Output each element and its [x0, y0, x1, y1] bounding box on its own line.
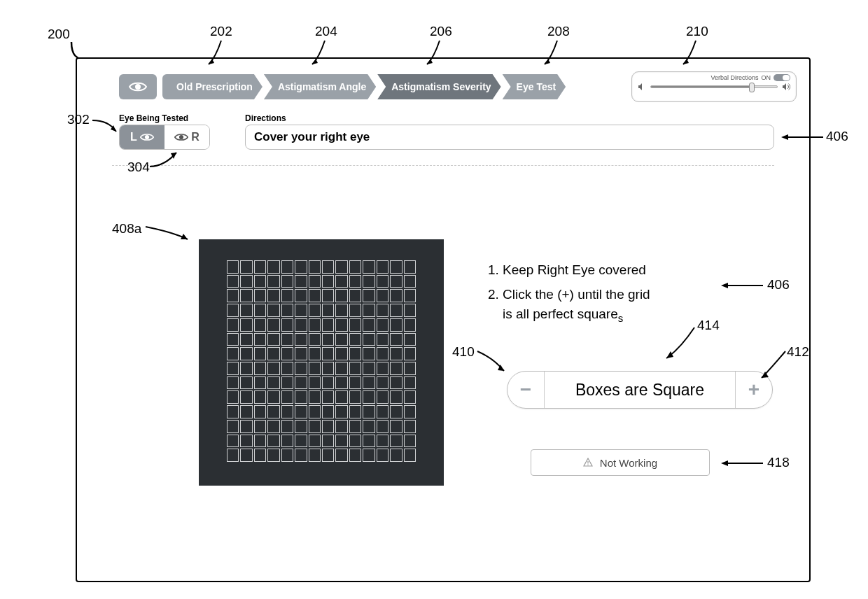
svg-point-0	[135, 84, 141, 90]
eye-toggle-left[interactable]: L	[120, 125, 164, 149]
callout-406-instructions: 406	[767, 277, 790, 293]
callout-410: 410	[452, 344, 475, 360]
speaker-high-icon	[782, 83, 790, 91]
stepper-label: Boxes are Square	[544, 372, 736, 408]
directions-text: Cover your right eye	[254, 130, 370, 144]
callout-406-directions: 406	[826, 129, 848, 144]
navstep-label: Astigmatism Angle	[278, 81, 366, 92]
svg-point-2	[179, 135, 183, 139]
volume-slider[interactable]	[650, 85, 778, 88]
svg-marker-9	[683, 59, 689, 64]
navstep-astigmatism-angle[interactable]: Astigmatism Angle	[264, 74, 376, 99]
instruction-2b: is all perfect square	[503, 306, 618, 321]
directions-label: Directions	[245, 113, 286, 123]
callout-210: 210	[686, 24, 708, 39]
callout-200: 200	[48, 27, 70, 42]
callout-418: 418	[767, 455, 790, 470]
eye-icon	[174, 132, 188, 142]
home-eye-button[interactable]	[119, 74, 157, 99]
callout-302: 302	[67, 112, 90, 127]
svg-marker-14	[721, 283, 728, 288]
svg-marker-18	[721, 460, 728, 466]
svg-marker-8	[545, 59, 550, 64]
svg-marker-15	[666, 351, 673, 358]
navstep-astigmatism-severity[interactable]: Astigmatism Severity	[377, 74, 500, 99]
callout-204: 204	[315, 24, 337, 39]
verbal-state: ON	[762, 74, 771, 81]
svg-marker-6	[312, 59, 318, 64]
slider-handle[interactable]	[749, 83, 755, 92]
not-working-button[interactable]: Not Working	[531, 449, 710, 476]
callout-412: 412	[787, 344, 809, 360]
eye-icon	[140, 132, 154, 142]
instruction-2b-sub: s	[618, 312, 624, 324]
svg-marker-12	[781, 134, 788, 140]
grid-stepper: − Boxes are Square +	[507, 371, 773, 409]
eye-toggle-right[interactable]: R	[164, 125, 209, 149]
stepper-minus-button[interactable]: −	[507, 371, 544, 409]
speaker-low-icon	[638, 83, 646, 91]
divider	[112, 165, 774, 166]
callout-408a: 408a	[112, 221, 141, 237]
eye-icon	[129, 80, 147, 93]
grid-inner	[227, 260, 416, 462]
callout-208: 208	[547, 24, 570, 39]
callout-202: 202	[210, 24, 232, 39]
instruction-item-1: Keep Right Eye covered	[503, 260, 735, 281]
instruction-2a: Click the (+) until the grid	[503, 287, 650, 302]
breadcrumb-nav: Old Prescription Astigmatism Angle Astig…	[119, 74, 566, 99]
verbal-directions-panel: Verbal Directions ON	[631, 71, 797, 102]
callout-414: 414	[697, 318, 720, 333]
navstep-eye-test[interactable]: Eye Test	[503, 74, 566, 99]
callout-206: 206	[430, 24, 452, 39]
callout-304: 304	[127, 160, 150, 175]
verbal-title: Verbal Directions	[710, 74, 758, 81]
navstep-label: Astigmatism Severity	[391, 81, 491, 92]
verbal-toggle[interactable]	[774, 74, 790, 81]
svg-marker-7	[427, 59, 433, 64]
eye-toggle: L R	[119, 125, 210, 150]
grid-stimulus	[199, 239, 444, 486]
navstep-label: Old Prescription	[176, 81, 253, 92]
not-working-label: Not Working	[600, 457, 657, 469]
navstep-label: Eye Test	[517, 81, 556, 92]
eye-right-letter: R	[191, 131, 200, 143]
svg-marker-5	[209, 59, 214, 64]
navstep-old-prescription[interactable]: Old Prescription	[162, 74, 262, 99]
eye-tested-label: Eye Being Tested	[119, 113, 188, 123]
eye-left-letter: L	[130, 131, 137, 143]
warning-icon	[583, 458, 593, 467]
directions-text-box: Cover your right eye	[245, 125, 774, 150]
svg-point-1	[145, 135, 149, 139]
svg-point-4	[587, 465, 589, 466]
